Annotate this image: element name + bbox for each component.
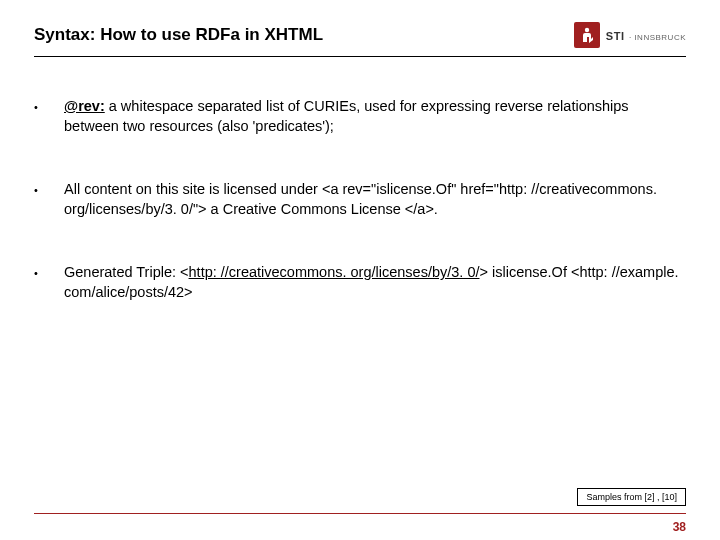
bullet-icon: •: [34, 263, 64, 302]
svg-point-0: [585, 28, 589, 32]
divider-bottom: [34, 513, 686, 514]
samples-note: Samples from [2] , [10]: [577, 488, 686, 506]
bullet-text: All content on this site is licensed und…: [64, 180, 686, 219]
list-item: • @rev: a whitespace separated list of C…: [34, 97, 686, 136]
rev-label: @rev:: [64, 98, 105, 114]
page-number: 38: [673, 520, 686, 534]
rev-desc: a whitespace separated list of CURIEs, u…: [64, 98, 629, 134]
list-item: • All content on this site is licensed u…: [34, 180, 686, 219]
logo-text: STI · INNSBRUCK: [606, 26, 686, 44]
bullet-icon: •: [34, 180, 64, 219]
triple-pre: Generated Triple: <: [64, 264, 189, 280]
logo-icon: [574, 22, 600, 48]
list-item: • Generated Triple: <http: //creativecom…: [34, 263, 686, 302]
content: • @rev: a whitespace separated list of C…: [0, 57, 720, 302]
bullet-text: @rev: a whitespace separated list of CUR…: [64, 97, 686, 136]
brand-name: STI: [606, 30, 625, 42]
header: Syntax: How to use RDFa in XHTML STI · I…: [0, 0, 720, 56]
brand-sub: · INNSBRUCK: [629, 33, 686, 42]
logo: STI · INNSBRUCK: [574, 22, 686, 48]
bullet-icon: •: [34, 97, 64, 136]
bullet-text: Generated Triple: <http: //creativecommo…: [64, 263, 686, 302]
triple-link: http: //creativecommons. org/licenses/by…: [189, 264, 480, 280]
page-title: Syntax: How to use RDFa in XHTML: [34, 25, 323, 45]
